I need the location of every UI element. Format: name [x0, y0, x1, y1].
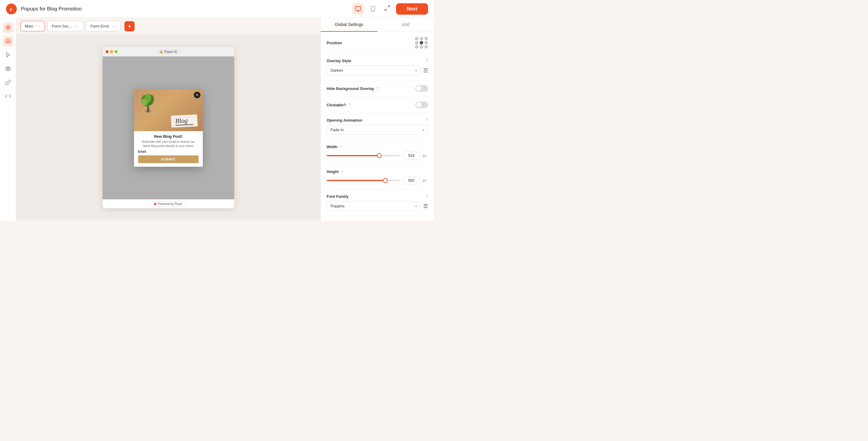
panel-tab-global-label: Global Settings	[335, 22, 363, 27]
add-tab-button[interactable]: +	[124, 21, 134, 31]
svg-text:p: p	[10, 7, 12, 11]
tab-main-label: Main	[25, 24, 33, 28]
svg-line-8	[385, 9, 387, 10]
divider-3	[327, 97, 428, 97]
height-slider-track[interactable]	[327, 180, 400, 181]
divider-5	[327, 139, 428, 140]
pos-dot-tc[interactable]	[420, 37, 423, 40]
tab-form-success[interactable]: Form Suc... ⋯	[47, 21, 84, 31]
pos-dot-mc[interactable]	[420, 41, 423, 44]
right-panel: Global Settings Add Position	[320, 18, 434, 220]
popup-image: Blog	[134, 89, 203, 131]
page-title: Popups for Blog Promotion	[21, 6, 82, 12]
browser-dot-expand	[115, 50, 118, 53]
font-family-select-wrapper: Poppins ▾ PoppinsRobotoOpen SansLato	[327, 201, 421, 211]
sidebar-item-cursor[interactable]	[3, 49, 13, 60]
tab-form-error[interactable]: Form Error ⋯	[86, 21, 121, 31]
hide-bg-label: Hide Background Overlay	[327, 86, 374, 91]
pos-dot-bl[interactable]	[415, 45, 418, 49]
font-family-label: Font Family	[327, 194, 348, 199]
canvas-area: Main ⋯ Form Suc... ⋯ Form Error ⋯ +	[16, 18, 320, 220]
main-layout: Main ⋯ Form Suc... ⋯ Form Error ⋯ +	[0, 18, 434, 220]
clickable-help[interactable]: ?	[348, 103, 350, 107]
lock-icon: 🔒	[159, 50, 163, 53]
hide-bg-help[interactable]: ?	[377, 86, 379, 91]
sidebar-item-magic[interactable]	[3, 22, 13, 33]
panel-body: Position	[321, 32, 434, 220]
font-family-help[interactable]: ?	[426, 195, 428, 199]
sidebar-item-target[interactable]	[3, 63, 13, 74]
panel-tab-add[interactable]: Add	[377, 18, 434, 32]
popup-submit-button[interactable]: SUBMIT	[138, 156, 198, 163]
expand-button[interactable]	[382, 3, 393, 14]
height-unit: px	[423, 178, 428, 182]
overlay-style-menu[interactable]: ☰	[423, 67, 428, 74]
position-row-top	[415, 37, 428, 40]
tab-main-menu[interactable]: ⋯	[36, 23, 40, 29]
blog-card: Blog	[171, 114, 198, 128]
opening-animation-label: Opening Animation	[327, 118, 362, 123]
popup-headline: New Blog Post!	[138, 134, 198, 139]
position-grid	[415, 37, 428, 49]
svg-line-7	[388, 6, 390, 7]
overlay-style-label: Overlay Style	[327, 59, 351, 63]
height-help[interactable]: ?	[341, 170, 343, 174]
tab-bar: Main ⋯ Form Suc... ⋯ Form Error ⋯ +	[16, 18, 320, 35]
opening-animation-help[interactable]: ?	[426, 118, 428, 123]
tab-main[interactable]: Main ⋯	[20, 21, 45, 31]
desktop-device-button[interactable]	[352, 3, 364, 14]
svg-point-12	[8, 68, 8, 69]
divider-1	[327, 54, 428, 54]
height-slider-thumb[interactable]	[383, 178, 388, 183]
opening-animation-section: Opening Animation ? Fade In ▾ Fade InSli…	[327, 118, 428, 135]
tab-form-error-menu[interactable]: ⋯	[112, 23, 116, 29]
pos-dot-tr[interactable]	[425, 37, 428, 40]
popup-image-inner: Blog	[134, 89, 203, 131]
browser-footer: Powered by Poper	[102, 199, 234, 208]
height-section: Height ? 582 px	[327, 169, 428, 184]
pos-dot-br[interactable]	[425, 45, 428, 49]
browser-chrome: 🔒 Poper AI	[102, 47, 234, 57]
panel-tabs: Global Settings Add	[321, 18, 434, 32]
sidebar-item-link[interactable]	[3, 77, 13, 88]
clickable-toggle[interactable]	[415, 102, 428, 108]
left-sidebar	[0, 18, 16, 220]
overlay-style-help[interactable]: ?	[426, 59, 428, 63]
pos-dot-bc[interactable]	[420, 45, 423, 49]
divider-2	[327, 80, 428, 80]
popup-close-button[interactable]: ✕	[194, 92, 200, 98]
popup-subtext: Subscribe with your email to receive our…	[138, 140, 198, 148]
tablet-device-button[interactable]	[367, 3, 379, 14]
plant-icon	[140, 92, 156, 113]
overlay-style-section: Overlay Style ? Darken ▾ DarkenLightenNo…	[327, 59, 428, 75]
browser-dot-minimize	[110, 50, 113, 53]
pos-dot-mr[interactable]	[425, 41, 428, 44]
pos-dot-tl[interactable]	[415, 37, 418, 40]
font-family-menu[interactable]: ☰	[423, 203, 428, 209]
hide-bg-toggle[interactable]	[415, 85, 428, 92]
width-slider-thumb[interactable]	[377, 153, 382, 158]
width-slider-track[interactable]	[327, 155, 400, 156]
overlay-style-select-wrapper: Darken ▾ DarkenLightenNone	[327, 65, 421, 75]
width-input[interactable]: 554	[403, 151, 420, 160]
powered-badge: Powered by Poper	[150, 201, 186, 207]
browser-dot-close	[105, 50, 108, 53]
font-family-row: Poppins ▾ PoppinsRobotoOpen SansLato ☰	[327, 201, 428, 211]
next-button[interactable]: Next	[396, 3, 428, 14]
width-help[interactable]: ?	[340, 145, 342, 149]
panel-tab-global[interactable]: Global Settings	[321, 18, 377, 32]
sidebar-item-code[interactable]	[3, 91, 13, 102]
canvas-preview: 🔒 Poper AI ✕	[16, 35, 320, 220]
height-input[interactable]: 582	[403, 176, 420, 184]
position-section: Position	[327, 37, 428, 49]
panel-tab-add-label: Add	[402, 22, 409, 27]
sidebar-item-rocket[interactable]	[3, 36, 13, 46]
font-family-section: Font Family ? Poppins ▾ PoppinsRobotoOpe…	[327, 194, 428, 211]
position-row-bot	[415, 45, 428, 49]
tab-form-error-label: Form Error	[90, 24, 109, 28]
divider-6	[327, 164, 428, 165]
divider-4	[327, 113, 428, 113]
svg-rect-2	[355, 6, 361, 10]
pos-dot-ml[interactable]	[415, 41, 418, 44]
tab-form-success-menu[interactable]: ⋯	[74, 23, 79, 29]
